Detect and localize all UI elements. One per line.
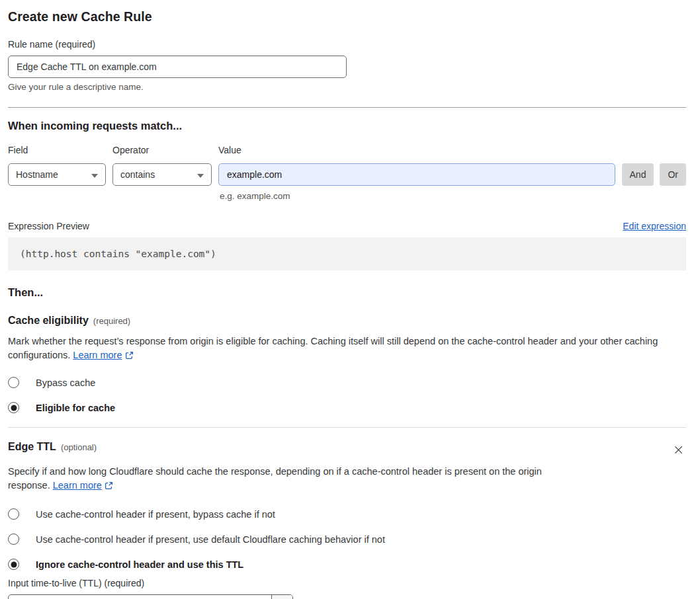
rule-name-helper: Give your rule a descriptive name. [8, 82, 686, 92]
radio-option-bypass-cache[interactable]: Bypass cache [8, 377, 686, 388]
radio-icon [8, 534, 19, 545]
then-heading: Then... [8, 286, 686, 299]
value-input[interactable] [218, 163, 615, 186]
radio-option-ignore-header-ttl[interactable]: Ignore cache-control header and use this… [8, 559, 686, 570]
field-select-value: Hostname [16, 169, 58, 180]
radio-option-eligible-for-cache[interactable]: Eligible for cache [8, 402, 686, 413]
operator-select-value: contains [120, 169, 155, 180]
radio-icon [8, 559, 19, 570]
match-row: Field Hostname Operator contains Value A… [8, 145, 686, 186]
radio-option-use-header-bypass[interactable]: Use cache-control header if present, byp… [8, 508, 686, 520]
section-divider [8, 107, 686, 108]
external-link-icon [105, 480, 113, 494]
rule-name-label: Rule name (required) [8, 39, 686, 50]
edge-ttl-heading: Edge TTL(optional) [8, 441, 97, 453]
ttl-select-value: 1 day [9, 595, 271, 599]
expression-code: (http.host contains "example.com") [8, 237, 686, 270]
match-heading: When incoming requests match... [8, 120, 686, 132]
ttl-select[interactable]: 1 day [8, 594, 293, 599]
ttl-label: Input time-to-live (TTL) (required) [8, 578, 686, 588]
radio-label: Eligible for cache [36, 403, 115, 413]
value-helper: e.g. example.com [220, 191, 686, 201]
radio-icon [8, 402, 19, 413]
operator-select[interactable]: contains [112, 163, 212, 186]
edge-ttl-learn-more-link[interactable]: Learn more [53, 480, 102, 491]
section-divider [8, 427, 686, 428]
close-icon[interactable] [671, 442, 686, 459]
chevron-down-icon [197, 169, 204, 180]
chevron-down-icon [91, 169, 98, 180]
field-label: Field [8, 145, 106, 155]
cache-eligibility-heading: Cache eligibility(required) [8, 315, 686, 327]
edge-ttl-section: Edge TTL(optional) Specify if and how lo… [8, 441, 686, 599]
value-label: Value [218, 145, 615, 155]
radio-label: Bypass cache [36, 378, 95, 388]
radio-icon [8, 377, 19, 388]
cache-eligibility-description: Mark whether the request’s response from… [8, 335, 686, 364]
radio-label: Use cache-control header if present, use… [36, 534, 385, 545]
edge-ttl-description: Specify if and how long Cloudflare shoul… [8, 465, 562, 494]
radio-option-use-header-default[interactable]: Use cache-control header if present, use… [8, 534, 686, 545]
cache-eligibility-qualifier: (required) [93, 316, 130, 326]
external-link-icon [125, 350, 134, 364]
or-button[interactable]: Or [660, 163, 686, 186]
edit-expression-link[interactable]: Edit expression [623, 221, 686, 231]
cache-eligibility-section: Cache eligibility(required) Mark whether… [8, 315, 686, 413]
edge-ttl-qualifier: (optional) [61, 442, 97, 452]
radio-icon [8, 508, 19, 520]
page-title: Create new Cache Rule [8, 9, 686, 24]
field-select[interactable]: Hostname [8, 163, 106, 186]
chevron-down-icon [271, 595, 292, 599]
expression-preview-label: Expression Preview [8, 221, 89, 231]
radio-label: Use cache-control header if present, byp… [36, 509, 275, 520]
and-button[interactable]: And [622, 163, 654, 186]
operator-label: Operator [112, 145, 212, 155]
rule-name-input[interactable] [8, 56, 347, 78]
cache-eligibility-learn-more-link[interactable]: Learn more [73, 350, 122, 360]
radio-label: Ignore cache-control header and use this… [36, 559, 243, 570]
